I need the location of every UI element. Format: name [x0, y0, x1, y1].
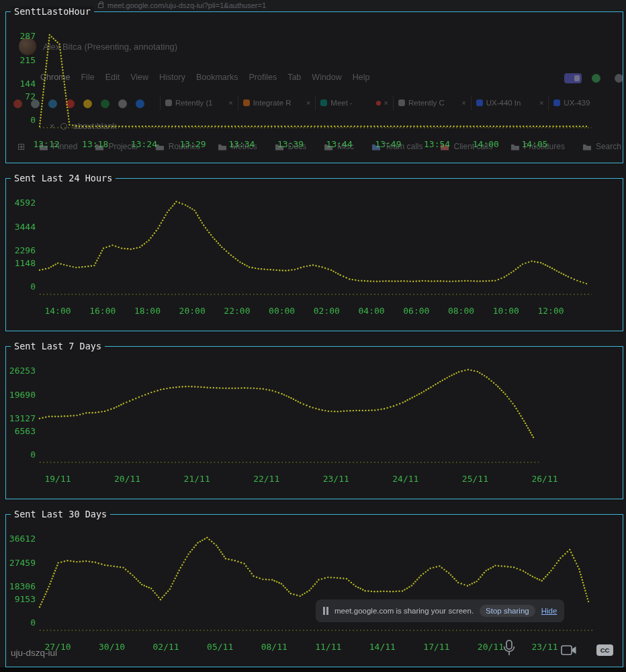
bottom-bar — [0, 667, 626, 672]
screen-share-banner: meet.google.com is sharing your screen. … — [316, 599, 564, 622]
captions-icon[interactable]: CC — [596, 644, 613, 656]
camera-icon[interactable] — [561, 644, 577, 656]
microphone-icon[interactable] — [502, 640, 516, 657]
hide-button[interactable]: Hide — [541, 607, 557, 615]
stop-sharing-button[interactable]: Stop sharing — [480, 605, 535, 617]
share-message: meet.google.com is sharing your screen. — [334, 607, 474, 615]
screen: meet.google.com/uju-dszq-iui?pli=1&authu… — [0, 0, 626, 672]
meeting-code: uju-dszq-iui — [11, 648, 57, 658]
meet-overlay: meet.google.com is sharing your screen. … — [0, 0, 626, 672]
pause-icon — [323, 607, 328, 615]
